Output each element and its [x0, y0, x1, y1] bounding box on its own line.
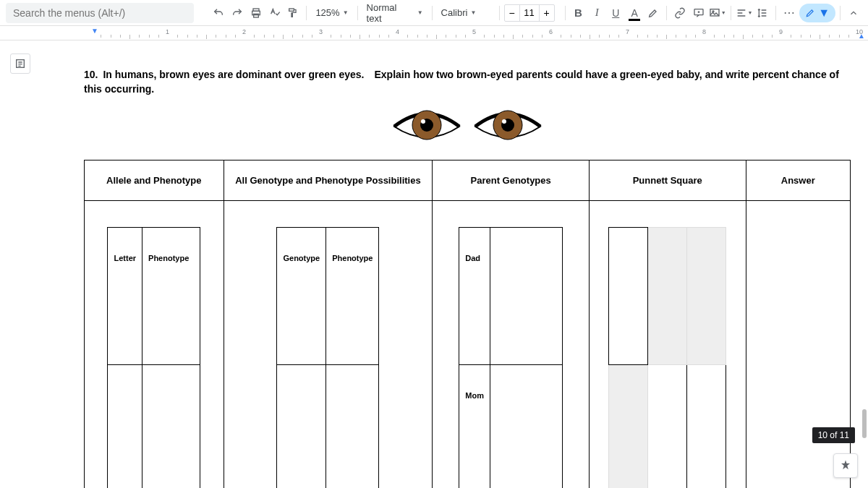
- p-12[interactable]: [687, 365, 726, 488]
- print-button[interactable]: [247, 4, 265, 22]
- bold-button[interactable]: B: [570, 4, 587, 22]
- geno-h1[interactable]: Genotype: [277, 228, 326, 365]
- left-sidebar: [0, 40, 41, 488]
- font-size-decrease[interactable]: −: [505, 5, 519, 21]
- spellcheck-button[interactable]: [266, 4, 284, 22]
- header-allele[interactable]: Allele and Phenotype: [85, 160, 224, 201]
- toolbar: 125%▼ Normal text▼ Calibri▼ − 11 + B I U…: [0, 0, 868, 26]
- editing-mode-button[interactable]: ▼: [799, 4, 835, 22]
- header-all-geno[interactable]: All Genotype and Phenotype Possibilities: [224, 160, 433, 201]
- geno-h2[interactable]: Phenotype: [326, 228, 379, 365]
- svg-point-13: [502, 119, 506, 124]
- question-text[interactable]: 10. In humans, brown eyes are dominant o…: [84, 68, 851, 96]
- header-answer[interactable]: Answer: [746, 160, 850, 201]
- highlight-button[interactable]: [644, 4, 662, 22]
- style-dropdown[interactable]: Normal text▼: [362, 0, 427, 27]
- redo-button[interactable]: [229, 4, 246, 22]
- ruler-number: 1: [166, 28, 169, 35]
- insert-image-button[interactable]: ▼: [709, 4, 726, 22]
- allele-h2[interactable]: Phenotype: [142, 228, 200, 365]
- p-11[interactable]: [648, 365, 687, 488]
- svg-rect-3: [289, 9, 294, 11]
- cell-answer[interactable]: [746, 201, 850, 488]
- geno-r1c2[interactable]: [326, 365, 379, 488]
- document-area[interactable]: 10. In humans, brown eyes are dominant o…: [41, 40, 868, 488]
- font-dropdown[interactable]: Calibri▼: [437, 4, 495, 21]
- horizontal-ruler[interactable]: ▼ ▲ 12345678910: [41, 26, 868, 40]
- align-button[interactable]: ▼: [736, 4, 753, 22]
- ruler-number: 10: [856, 28, 863, 35]
- ruler-number: 7: [626, 28, 629, 35]
- header-parent[interactable]: Parent Genotypes: [433, 160, 590, 201]
- p-top2[interactable]: [687, 228, 726, 365]
- document-page: 10. In humans, brown eyes are dominant o…: [84, 68, 851, 488]
- underline-button[interactable]: U: [607, 4, 624, 22]
- parent-dad-val[interactable]: [490, 228, 562, 365]
- svg-point-10: [421, 119, 425, 124]
- parent-table[interactable]: Dad Mom: [459, 227, 563, 488]
- eye-right-icon: [472, 105, 544, 148]
- parent-mom-label[interactable]: Mom: [459, 365, 490, 488]
- geno-table[interactable]: GenotypePhenotype: [276, 227, 379, 488]
- ruler-number: 3: [319, 28, 323, 35]
- main-table[interactable]: Allele and Phenotype All Genotype and Ph…: [84, 160, 851, 488]
- zoom-dropdown[interactable]: 125%▼: [311, 4, 352, 21]
- allele-r1c2[interactable]: [142, 365, 200, 488]
- collapse-toolbar-button[interactable]: [845, 4, 862, 22]
- ruler-number: 2: [242, 28, 246, 35]
- line-spacing-button[interactable]: [754, 4, 772, 22]
- ruler: ▼ ▲ 12345678910: [0, 26, 868, 40]
- eye-left-icon: [391, 105, 463, 148]
- allele-h1[interactable]: Letter: [108, 228, 142, 365]
- geno-r1c1[interactable]: [277, 365, 326, 488]
- ruler-number: 5: [472, 28, 476, 35]
- ruler-number: 8: [702, 28, 706, 35]
- allele-table[interactable]: LetterPhenotype: [107, 227, 200, 488]
- undo-button[interactable]: [210, 4, 227, 22]
- add-comment-button[interactable]: [690, 4, 707, 22]
- insert-link-button[interactable]: [671, 4, 689, 22]
- allele-r1c1[interactable]: [108, 365, 142, 488]
- cell-allele[interactable]: LetterPhenotype: [85, 201, 224, 488]
- explore-button[interactable]: [833, 453, 858, 478]
- cell-parent[interactable]: Dad Mom: [433, 201, 590, 488]
- parent-dad-label[interactable]: Dad: [459, 228, 490, 365]
- ruler-number: 6: [549, 28, 553, 35]
- scrollbar-thumb[interactable]: [862, 409, 867, 438]
- font-size-group: − 11 +: [504, 4, 555, 22]
- p-left1[interactable]: [609, 365, 648, 488]
- cell-punnett[interactable]: [589, 201, 746, 488]
- cell-geno[interactable]: GenotypePhenotype: [224, 201, 433, 488]
- italic-button[interactable]: I: [588, 4, 605, 22]
- eyes-image: [84, 105, 851, 148]
- vertical-scrollbar[interactable]: [861, 40, 867, 488]
- page-counter-badge: 10 of 11: [812, 427, 855, 443]
- more-button[interactable]: ⋯: [780, 4, 798, 22]
- workspace: 10. In humans, brown eyes are dominant o…: [0, 40, 868, 488]
- paint-format-button[interactable]: [285, 4, 302, 22]
- font-size-increase[interactable]: +: [540, 5, 554, 21]
- ruler-number: 9: [779, 28, 783, 35]
- header-punnett[interactable]: Punnett Square: [589, 160, 746, 201]
- text-color-button[interactable]: A: [626, 4, 643, 22]
- parent-mom-val[interactable]: [490, 365, 562, 488]
- document-outline-button[interactable]: [10, 53, 30, 74]
- punnett-square[interactable]: [608, 227, 726, 488]
- ruler-number: 4: [396, 28, 399, 35]
- p-top1[interactable]: [648, 228, 687, 365]
- font-size-value[interactable]: 11: [519, 5, 540, 21]
- search-input[interactable]: [6, 3, 194, 23]
